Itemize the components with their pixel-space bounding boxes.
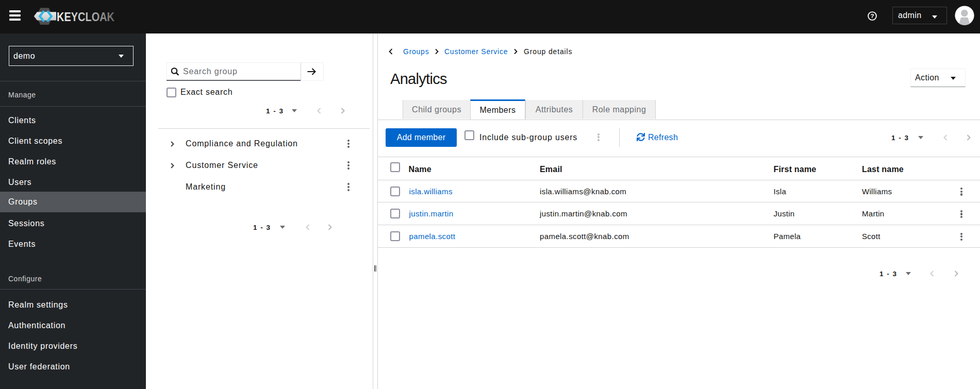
svg-text:?: ? [870, 13, 874, 19]
svg-text:KEYCLOAK: KEYCLOAK [57, 10, 114, 24]
